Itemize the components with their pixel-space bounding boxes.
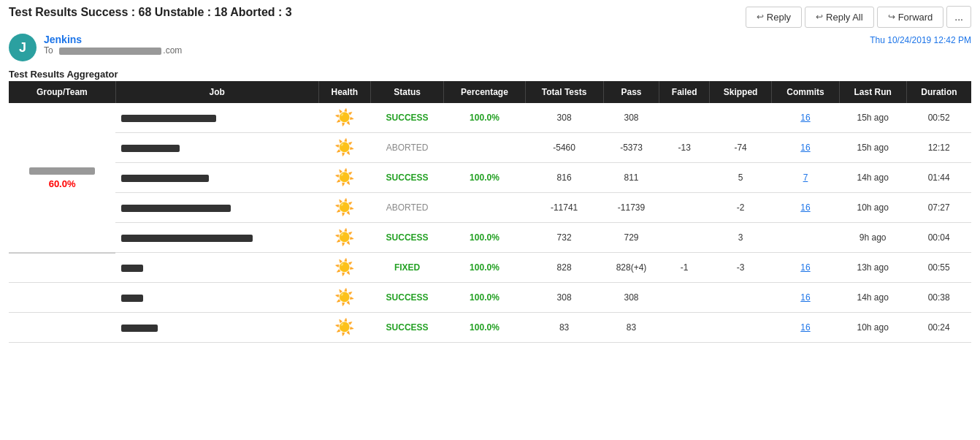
commits-cell (772, 223, 839, 253)
more-label: ... (954, 11, 963, 23)
sun-icon: ☀️ (334, 138, 354, 156)
percentage-value: 100.0% (470, 172, 499, 183)
duration-cell: 12:12 (906, 133, 971, 163)
timestamp: Thu 10/24/2019 12:42 PM (870, 34, 971, 45)
job-cell (115, 133, 318, 163)
status-cell: ABORTED (370, 133, 443, 163)
redacted-email (59, 48, 161, 55)
email-domain: .com (163, 45, 182, 56)
last-run-cell: 9h ago (839, 223, 906, 253)
job-cell (115, 313, 318, 343)
commits-link[interactable]: 16 (800, 322, 810, 333)
percentage-cell (444, 133, 525, 163)
commits-cell: 16 (772, 283, 839, 313)
commits-cell: 16 (772, 253, 839, 283)
group-cell-empty (9, 283, 115, 313)
commits-cell: 7 (772, 163, 839, 193)
percentage-cell (444, 193, 525, 223)
last-run-cell: 14h ago (839, 283, 906, 313)
percentage-cell: 100.0% (444, 103, 525, 133)
reply-all-icon: ↩ (816, 12, 823, 22)
last-run-cell: 13h ago (839, 253, 906, 283)
job-redacted (121, 205, 231, 212)
forward-label: Forward (898, 12, 933, 23)
status-value: ABORTED (386, 202, 429, 213)
col-commits: Commits (772, 81, 839, 103)
duration-cell: 00:38 (906, 283, 971, 313)
job-cell (115, 223, 318, 253)
percentage-cell: 100.0% (444, 253, 525, 283)
skipped-cell: -3 (709, 253, 772, 283)
job-redacted (121, 325, 158, 332)
sun-icon: ☀️ (334, 258, 354, 276)
health-cell: ☀️ (318, 193, 370, 223)
sender-info: Jenkins To .com (44, 34, 182, 56)
col-job: Job (115, 81, 318, 103)
col-percentage: Percentage (444, 81, 525, 103)
group-cell-empty (9, 313, 115, 343)
sender-row: J Jenkins To .com Thu 10/24/2019 12:42 P… (0, 31, 980, 64)
commits-link[interactable]: 16 (800, 113, 810, 123)
forward-icon: ↪ (888, 12, 895, 22)
duration-cell: 01:44 (906, 163, 971, 193)
pass-cell: 308 (603, 103, 659, 133)
failed-cell (659, 283, 709, 313)
forward-button[interactable]: ↪ Forward (877, 7, 944, 28)
duration-cell: 00:24 (906, 313, 971, 343)
health-cell: ☀️ (318, 313, 370, 343)
reply-all-button[interactable]: ↩ Reply All (805, 7, 874, 28)
health-cell: ☀️ (318, 253, 370, 283)
percentage-cell: 100.0% (444, 163, 525, 193)
col-last-run: Last Run (839, 81, 906, 103)
status-cell: SUCCESS (370, 223, 443, 253)
percentage-cell: 100.0% (444, 283, 525, 313)
table-header-row: Group/Team Job Health Status Percentage … (9, 81, 971, 103)
last-run-cell: 10h ago (839, 193, 906, 223)
failed-cell: -13 (659, 133, 709, 163)
job-redacted (121, 265, 143, 272)
failed-cell (659, 163, 709, 193)
percentage-value: 100.0% (470, 322, 499, 333)
to-label: To (44, 45, 53, 56)
percentage-cell: 100.0% (444, 223, 525, 253)
skipped-cell (709, 313, 772, 343)
status-value: FIXED (394, 262, 420, 273)
group-cell: 60.0% (9, 103, 115, 253)
commits-link[interactable]: 16 (800, 292, 810, 303)
col-failed: Failed (659, 81, 709, 103)
total-tests-cell: 816 (525, 163, 603, 193)
total-tests-cell: 308 (525, 283, 603, 313)
commits-link[interactable]: 7 (803, 172, 808, 183)
status-cell: SUCCESS (370, 313, 443, 343)
job-redacted (121, 295, 143, 302)
sun-icon: ☀️ (334, 108, 354, 126)
commits-link[interactable]: 16 (800, 143, 810, 153)
failed-cell (659, 313, 709, 343)
total-tests-cell: 83 (525, 313, 603, 343)
sun-icon: ☀️ (334, 288, 354, 306)
last-run-cell: 15h ago (839, 103, 906, 133)
percentage-value: 100.0% (470, 232, 499, 243)
commits-link[interactable]: 16 (800, 262, 810, 273)
pass-cell: 811 (603, 163, 659, 193)
table-row: ☀️SUCCESS100.0%3083081614h ago00:38 (9, 283, 971, 313)
table-row: ☀️SUCCESS100.0%73272939h ago00:04 (9, 223, 971, 253)
avatar: J (9, 34, 37, 61)
status-value: SUCCESS (386, 292, 429, 303)
commits-link[interactable]: 16 (800, 202, 810, 213)
more-button[interactable]: ... (946, 6, 971, 28)
skipped-cell: 3 (709, 223, 772, 253)
reply-button[interactable]: ↩ Reply (746, 7, 802, 28)
commits-cell: 16 (772, 313, 839, 343)
reply-icon: ↩ (757, 12, 764, 22)
table-row: ☀️SUCCESS100.0%83831610h ago00:24 (9, 313, 971, 343)
total-tests-cell: -5460 (525, 133, 603, 163)
failed-cell: -1 (659, 253, 709, 283)
status-value: SUCCESS (386, 232, 429, 243)
job-cell (115, 253, 318, 283)
total-tests-cell: 308 (525, 103, 603, 133)
group-name-redacted (29, 167, 95, 175)
job-cell (115, 103, 318, 133)
sun-icon: ☀️ (334, 168, 354, 186)
email-header-top: Test Results Success : 68 Unstable : 18 … (0, 0, 980, 31)
